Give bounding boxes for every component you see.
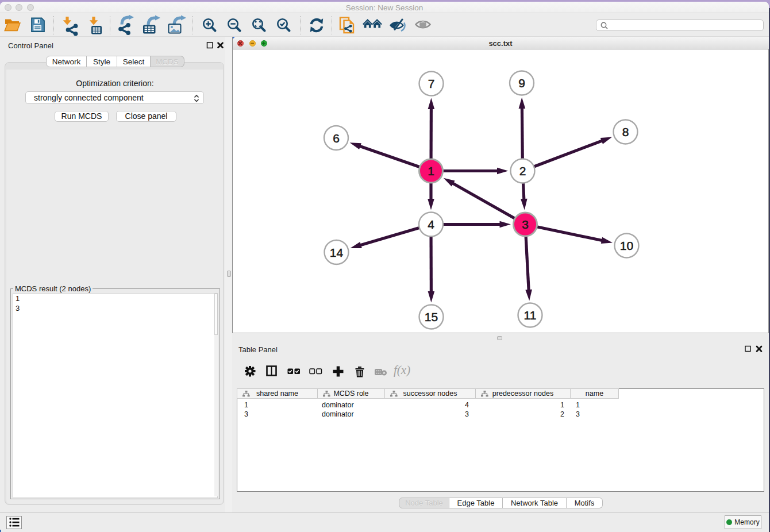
svg-text:9: 9 [518, 76, 525, 90]
svg-text:2: 2 [519, 164, 526, 178]
svg-text:8: 8 [622, 125, 629, 138]
svg-text:3: 3 [522, 218, 529, 231]
svg-text:15: 15 [425, 310, 438, 323]
svg-text:6: 6 [333, 132, 340, 145]
svg-text:14: 14 [330, 246, 344, 259]
svg-text:7: 7 [428, 77, 435, 90]
svg-text:1: 1 [428, 164, 434, 178]
svg-text:4: 4 [428, 218, 434, 231]
svg-text:11: 11 [524, 309, 537, 322]
svg-text:10: 10 [620, 239, 633, 252]
